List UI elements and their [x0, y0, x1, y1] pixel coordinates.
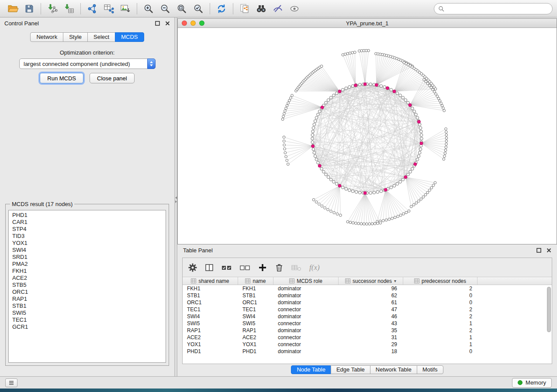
cell-name[interactable]: ACE2 [238, 334, 273, 340]
cell-name[interactable]: STB1 [238, 292, 273, 299]
cell-predecessor-nodes[interactable]: 1 [403, 341, 477, 347]
clone-network-button[interactable] [236, 1, 253, 16]
tab-style[interactable]: Style [63, 32, 88, 42]
float-table-panel-button[interactable] [536, 248, 541, 253]
tab-network[interactable]: Network [30, 32, 63, 42]
select-all-columns-button[interactable] [221, 263, 232, 272]
zoom-in-button[interactable] [140, 1, 157, 16]
cell-shared-name[interactable]: ACE2 [183, 334, 238, 340]
table-row[interactable]: TEC1 TEC1 connector 47 2 [183, 306, 552, 313]
run-mcds-button[interactable]: Run MCDS [40, 73, 83, 83]
table-row[interactable]: SWI5 SWI5 connector 43 1 [183, 320, 552, 327]
cell-shared-name[interactable]: RAP1 [183, 327, 238, 334]
mcds-result-item[interactable]: PHD1 [9, 212, 166, 219]
tab-select[interactable]: Select [87, 32, 115, 42]
tab-network-table[interactable]: Network Table [370, 365, 417, 374]
mcds-result-item[interactable]: SWI5 [9, 309, 166, 316]
table-row[interactable]: RAP1 RAP1 dominator 35 2 [183, 327, 552, 334]
mcds-result-item[interactable]: STP4 [9, 226, 166, 233]
zoom-fit-button[interactable] [173, 1, 190, 16]
mcds-result-item[interactable]: FKH1 [9, 268, 166, 275]
mcds-result-item[interactable]: SWI4 [9, 247, 166, 254]
cell-successor-nodes[interactable]: 46 [339, 313, 403, 320]
criterion-dropdown[interactable]: largest connected component (undirected) [19, 58, 156, 69]
cell-successor-nodes[interactable]: 35 [339, 327, 403, 334]
cell-shared-name[interactable]: TEC1 [183, 306, 238, 313]
column-header-name[interactable]: name [238, 277, 273, 285]
cell-shared-name[interactable]: STB1 [183, 292, 238, 299]
cell-shared-name[interactable]: YOX1 [183, 341, 238, 347]
cell-name[interactable]: PHD1 [238, 348, 273, 354]
cell-name[interactable]: ORC1 [238, 299, 273, 306]
float-panel-button[interactable] [155, 21, 160, 26]
close-panel-button[interactable] [165, 21, 170, 26]
mcds-result-item[interactable]: STB1 [9, 303, 166, 309]
network-window-titlebar[interactable]: YPA_prune.txt_1 [178, 19, 557, 28]
cell-successor-nodes[interactable]: 61 [339, 299, 403, 306]
mcds-result-item[interactable]: ORC1 [9, 289, 166, 296]
cell-mcds-role[interactable]: dominator [273, 299, 339, 306]
cell-predecessor-nodes[interactable]: 0 [403, 348, 477, 354]
open-file-button[interactable] [4, 1, 21, 16]
mcds-result-item[interactable]: YOX1 [9, 240, 166, 247]
export-image-button[interactable] [117, 1, 134, 16]
cell-mcds-role[interactable]: connector [273, 320, 339, 327]
cell-name[interactable]: SWI4 [238, 313, 273, 320]
zoom-out-button[interactable] [157, 1, 173, 16]
cell-shared-name[interactable]: PHD1 [183, 348, 238, 354]
cell-mcds-role[interactable]: dominator [273, 327, 339, 334]
memory-button[interactable]: Memory [512, 378, 552, 388]
cell-successor-nodes[interactable]: 62 [339, 292, 403, 299]
search-input[interactable] [447, 6, 548, 12]
delete-column-button[interactable] [274, 263, 284, 272]
cell-shared-name[interactable]: SWI5 [183, 320, 238, 327]
create-column-button[interactable] [258, 263, 267, 272]
close-window-icon[interactable] [182, 21, 187, 26]
table-row[interactable]: ACE2 ACE2 connector 31 1 [183, 334, 552, 341]
column-header-successor-nodes[interactable]: successor nodes ▾ [339, 277, 403, 285]
cell-predecessor-nodes[interactable]: 2 [403, 327, 477, 334]
delete-table-button[interactable] [291, 263, 302, 272]
cell-mcds-role[interactable]: dominator [273, 292, 339, 299]
mcds-result-item[interactable]: TEC1 [9, 316, 166, 323]
import-network-button[interactable] [44, 1, 61, 16]
close-panel-action-button[interactable]: Close panel [90, 73, 135, 83]
unselect-all-columns-button[interactable] [239, 263, 251, 272]
export-table-button[interactable] [100, 1, 117, 16]
tab-motifs[interactable]: Motifs [417, 365, 443, 374]
apply-layout-button[interactable] [213, 1, 230, 16]
cell-predecessor-nodes[interactable]: 0 [403, 292, 477, 299]
cell-predecessor-nodes[interactable]: 2 [403, 313, 477, 320]
tab-edge-table[interactable]: Edge Table [331, 365, 370, 374]
cell-name[interactable]: TEC1 [238, 306, 273, 313]
mcds-result-item[interactable]: ACE2 [9, 275, 166, 282]
mcds-result-item[interactable]: RAP1 [9, 296, 166, 303]
column-header-shared-name[interactable]: shared name [183, 277, 238, 285]
cell-name[interactable]: RAP1 [238, 327, 273, 334]
cell-shared-name[interactable]: ORC1 [183, 299, 238, 306]
show-columns-button[interactable] [204, 263, 214, 272]
cell-predecessor-nodes[interactable]: 2 [403, 306, 477, 313]
cell-predecessor-nodes[interactable]: 1 [403, 334, 477, 340]
cell-name[interactable]: FKH1 [238, 285, 273, 292]
table-settings-button[interactable] [188, 263, 197, 272]
save-session-button[interactable] [21, 1, 38, 16]
function-builder-button[interactable]: f(x) [309, 263, 320, 272]
table-scrollbar-thumb[interactable] [547, 287, 551, 332]
mcds-result-item[interactable]: STB5 [9, 282, 166, 289]
task-history-button[interactable] [5, 378, 17, 387]
cell-successor-nodes[interactable]: 31 [339, 334, 403, 340]
table-row[interactable]: STB1 STB1 dominator 62 0 [183, 292, 552, 299]
mcds-result-item[interactable]: TID3 [9, 233, 166, 240]
mcds-result-list[interactable]: PHD1CAR1STP4TID3YOX1SWI4SRD1PMA2FKH1ACE2… [8, 210, 166, 363]
export-network-button[interactable] [84, 1, 100, 16]
table-row[interactable]: FKH1 FKH1 dominator 96 2 [183, 285, 552, 292]
table-row[interactable]: SWI4 SWI4 dominator 46 2 [183, 313, 552, 320]
close-table-panel-button[interactable] [547, 248, 551, 253]
minimize-window-icon[interactable] [190, 21, 196, 26]
render-details-button[interactable] [270, 1, 286, 16]
cell-successor-nodes[interactable]: 47 [339, 306, 403, 313]
network-canvas[interactable] [178, 28, 557, 244]
mcds-result-item[interactable]: GCR1 [9, 323, 166, 330]
zoom-selected-button[interactable] [190, 1, 207, 16]
